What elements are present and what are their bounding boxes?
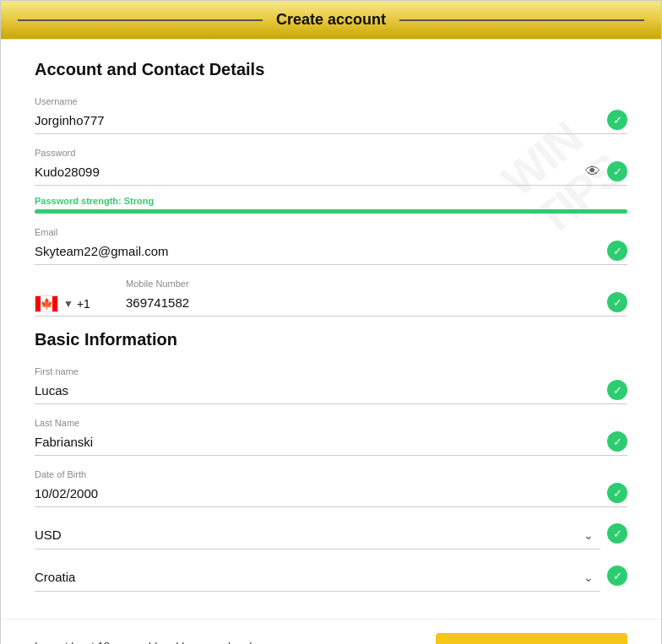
dob-field-wrapper: 10/02/2000 ✓ [35,466,627,507]
phone-check-icon: ✓ [607,292,627,312]
password-field-wrapper: Kudo28099 👁 ✓ [35,144,627,186]
country-dropdown-arrow: ⌄ [583,571,594,584]
basic-section-title: Basic Information [35,330,627,349]
modal-body: WINTIPS Account and Contact Details User… [1,40,661,619]
password-strength-section: Password strength: Strong [35,196,627,214]
currency-dropdown-arrow: ⌄ [583,528,594,542]
country-value: Croatia [35,570,583,584]
currency-dropdown[interactable]: USD ⌄ [35,517,600,549]
username-check-icon: ✓ [607,110,627,130]
create-account-button[interactable]: CREATE ACCOUNT [436,633,627,644]
lastname-field-wrapper: Fabrianski ✓ [35,414,627,456]
create-account-modal: Create account WINTIPS Account and Conta… [0,0,662,644]
country-check-icon: ✓ [607,566,627,586]
modal-header: Create account [1,1,661,40]
password-field-group: Password Kudo28099 👁 ✓ [35,144,627,186]
account-section-title: Account and Contact Details [35,60,627,79]
username-field-group: Username Jorginho777 ✓ [35,93,627,134]
firstname-check-icon: ✓ [607,380,627,400]
password-eye-icon[interactable]: 👁 [585,163,600,181]
phone-country-selector[interactable]: 🍁 ▼ +1 [35,279,119,317]
phone-country-code: +1 [77,297,90,311]
lastname-check-icon: ✓ [607,431,627,452]
email-field-group: Email Skyteam22@gmail.com ✓ [35,224,627,265]
phone-number-wrapper: 369741582 ✓ [119,275,627,317]
email-field-wrapper: Skyteam22@gmail.com ✓ [35,224,627,265]
password-strength-value: Strong [124,196,154,206]
currency-value: USD [35,528,583,542]
country-dropdown[interactable]: Croatia ⌄ [35,560,600,592]
phone-row: 🍁 ▼ +1 Mobile Number 369741582 ✓ [35,275,627,317]
footer-consent-text: I am at least 18 years old and have read… [35,638,271,645]
modal-title: Create account [263,11,399,29]
dob-check-icon: ✓ [607,483,627,503]
currency-check-icon: ✓ [607,523,627,544]
phone-number-group: Mobile Number 369741582 ✓ [119,275,627,317]
canada-flag-icon: 🍁 [35,295,58,312]
username-field-wrapper: Jorginho777 ✓ [35,93,627,134]
firstname-value: Lucas [35,383,607,398]
firstname-field-wrapper: Lucas ✓ [35,363,627,404]
currency-row: USD ⌄ ✓ [35,517,627,549]
password-check-icon: ✓ [607,161,627,181]
email-value: Skyteam22@gmail.com [35,244,607,258]
lastname-value: Fabrianski [35,435,607,449]
phone-number-value: 369741582 [126,295,607,310]
modal-footer: I am at least 18 years old and have read… [1,619,661,644]
dob-value: 10/02/2000 [35,486,607,501]
country-dropdown-arrow: ▼ [63,298,73,310]
password-value: Kudo28099 [35,165,585,179]
password-strength-label: Password strength: Strong [35,196,627,206]
phone-number-label: Mobile Number [126,279,189,289]
country-row: Croatia ⌄ ✓ [35,560,627,592]
lastname-field-group: Last Name Fabrianski ✓ [35,414,627,456]
email-check-icon: ✓ [607,241,627,261]
dob-field-group: Date of Birth 10/02/2000 ✓ [35,466,627,507]
strength-bar [35,209,627,214]
firstname-field-group: First name Lucas ✓ [35,363,627,404]
username-value: Jorginho777 [35,113,607,127]
